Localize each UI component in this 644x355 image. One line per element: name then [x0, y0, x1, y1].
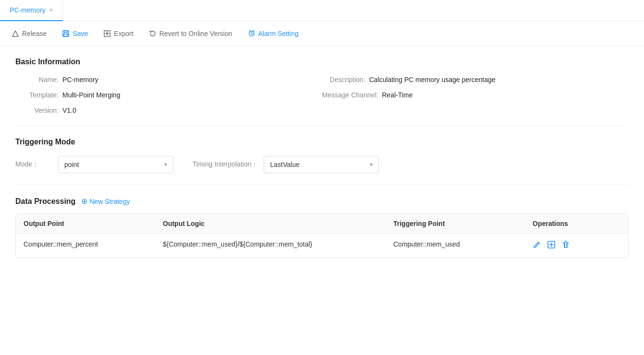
mode-row: Mode： point ▾ Timing Interpolation： Last…: [15, 156, 629, 173]
revert-label: Revert to Online Version: [159, 30, 232, 37]
alarm-label: Alarm Setting: [258, 30, 299, 37]
cell-output-point: Computer::mem_percent: [16, 234, 155, 258]
version-value: V1.0: [62, 106, 76, 114]
timing-group: Timing Interpolation： LastValue ▾: [193, 156, 379, 173]
main-content: Basic Information Name: PC-memory Descri…: [0, 46, 644, 355]
svg-rect-3: [64, 34, 68, 36]
mode-select-value: point: [64, 161, 79, 168]
release-button[interactable]: Release: [12, 30, 47, 37]
export-label: Export: [114, 30, 133, 37]
table-header: Output Point Output Logic Triggering Poi…: [16, 214, 628, 234]
message-channel-value: Real-Time: [382, 91, 413, 99]
tab-pc-memory[interactable]: PC-memory ×: [0, 0, 63, 21]
col-operations: Operations: [525, 214, 628, 233]
revert-icon: [149, 30, 157, 37]
version-row: Version: V1.0: [15, 106, 322, 114]
mode-select-arrow: ▾: [164, 161, 167, 168]
timing-select[interactable]: LastValue ▾: [264, 156, 379, 173]
new-strategy-label: New Strategy: [89, 198, 130, 205]
new-strategy-plus-icon: ⊕: [81, 197, 87, 206]
delete-icon[interactable]: [561, 240, 570, 251]
template-value: Multi-Point Merging: [62, 91, 121, 99]
export-icon: [103, 30, 111, 37]
save-icon: [62, 30, 70, 37]
basic-info-title: Basic Information: [15, 58, 629, 66]
divider-2: [15, 185, 629, 185]
svg-rect-2: [64, 31, 67, 33]
divider-1: [15, 126, 629, 126]
alarm-icon: [248, 30, 255, 37]
col-output-logic: Output Logic: [155, 214, 386, 233]
release-icon: [12, 30, 19, 37]
export-button[interactable]: Export: [103, 30, 133, 37]
save-button[interactable]: Save: [62, 30, 88, 37]
name-value: PC-memory: [62, 76, 98, 83]
data-processing-table: Output Point Output Logic Triggering Poi…: [15, 213, 629, 258]
tab-close-icon[interactable]: ×: [49, 7, 53, 13]
data-processing-title: Data Processing: [15, 197, 75, 206]
col-triggering-point: Triggering Point: [386, 214, 525, 233]
alarm-setting-button[interactable]: Alarm Setting: [248, 30, 299, 37]
cell-triggering-point: Computer::mem_used: [386, 234, 525, 258]
template-label: Template:: [15, 91, 59, 99]
description-row: Description: Calculating PC memory usage…: [322, 76, 629, 83]
add-row-icon[interactable]: [547, 240, 556, 251]
timing-label: Timing Interpolation：: [193, 160, 258, 169]
data-processing-header: Data Processing ⊕ New Strategy: [15, 197, 629, 206]
message-channel-row: Message Channel: Real-Time: [322, 91, 629, 99]
description-label: Description:: [322, 76, 365, 83]
col-output-point: Output Point: [16, 214, 155, 233]
cell-operations: [525, 234, 628, 258]
tab-bar: PC-memory ×: [0, 0, 644, 21]
new-strategy-button[interactable]: ⊕ New Strategy: [81, 197, 130, 206]
save-label: Save: [73, 30, 88, 37]
basic-info-grid: Name: PC-memory Description: Calculating…: [15, 76, 629, 114]
name-row: Name: PC-memory: [15, 76, 322, 83]
timing-select-arrow: ▾: [370, 161, 373, 168]
description-value: Calculating PC memory usage percentage: [369, 76, 496, 83]
table-row: Computer::mem_percent ${Computer::mem_us…: [16, 234, 628, 258]
tab-title: PC-memory: [10, 6, 46, 14]
template-row: Template: Multi-Point Merging: [15, 91, 322, 99]
version-label: Version:: [15, 106, 59, 114]
mode-label: Mode：: [15, 160, 39, 169]
timing-select-value: LastValue: [270, 161, 299, 168]
toolbar: Release Save Export Revert to Online Ver…: [0, 21, 644, 46]
triggering-mode-title: Triggering Mode: [15, 138, 629, 146]
message-channel-label: Message Channel:: [322, 91, 378, 99]
name-label: Name:: [15, 76, 59, 83]
revert-button[interactable]: Revert to Online Version: [149, 30, 232, 37]
cell-output-logic: ${Computer::mem_used}/${Computer::mem_to…: [155, 234, 386, 258]
edit-icon[interactable]: [533, 240, 541, 251]
release-label: Release: [22, 30, 47, 37]
mode-select[interactable]: point ▾: [58, 156, 173, 173]
